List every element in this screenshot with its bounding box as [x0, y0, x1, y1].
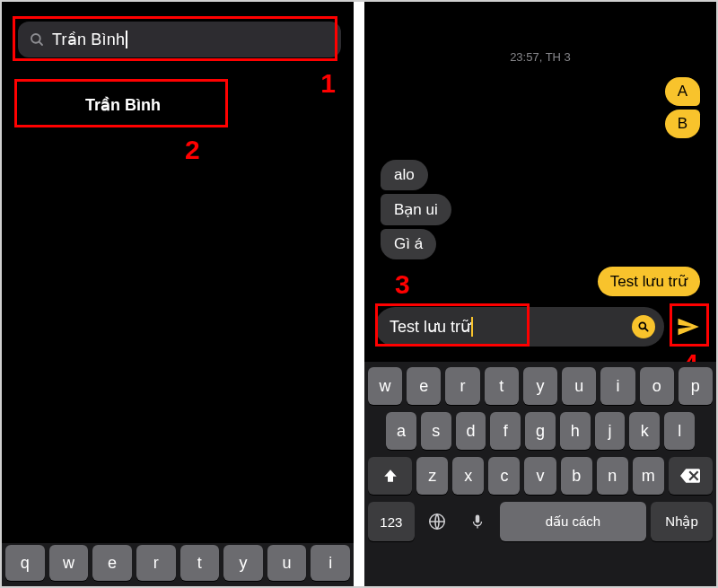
space-key[interactable]: dấu cách — [500, 502, 647, 541]
sent-message-group: A B — [665, 77, 700, 138]
key-s[interactable]: s — [421, 412, 451, 450]
search-value: Trần Bình — [52, 30, 125, 49]
key-y[interactable]: y — [523, 367, 557, 405]
numbers-key[interactable]: 123 — [368, 502, 415, 541]
key-l[interactable]: l — [664, 412, 695, 450]
sent-message-group: Test lưu trữ — [598, 267, 700, 296]
key-z[interactable]: z — [416, 457, 448, 495]
emoji-search-button[interactable] — [632, 315, 655, 338]
key-g[interactable]: g — [525, 412, 556, 450]
key-i[interactable]: i — [311, 545, 350, 581]
key-r[interactable]: r — [136, 545, 176, 581]
keyboard-fragment: q w e r t y u i — [2, 543, 354, 586]
sent-message[interactable]: B — [665, 110, 700, 138]
key-w[interactable]: w — [368, 367, 402, 405]
search-icon — [29, 31, 45, 48]
key-u[interactable]: u — [267, 545, 307, 581]
return-key[interactable]: Nhập — [651, 502, 713, 541]
key-k[interactable]: k — [629, 412, 660, 450]
key-m[interactable]: m — [633, 457, 664, 495]
key-b[interactable]: b — [561, 457, 592, 495]
key-v[interactable]: v — [524, 457, 556, 495]
key-j[interactable]: j — [595, 412, 626, 450]
keyboard: w e r t y u i o p a s d f g h j k l z x — [364, 362, 716, 586]
key-a[interactable]: a — [386, 412, 416, 450]
key-u[interactable]: u — [562, 367, 596, 405]
send-button[interactable] — [670, 307, 705, 347]
key-e[interactable]: e — [407, 367, 441, 405]
left-screenshot: Trần Bình Trần Bình 1 2 q w e r t y u i — [2, 2, 354, 586]
annotation-number-2: 2 — [185, 135, 200, 165]
key-t[interactable]: t — [180, 545, 220, 581]
key-n[interactable]: n — [597, 457, 628, 495]
key-c[interactable]: c — [488, 457, 520, 495]
globe-key[interactable] — [419, 502, 455, 541]
dictation-key[interactable] — [460, 502, 495, 541]
conversation-timestamp: 23:57, TH 3 — [364, 50, 716, 64]
right-screenshot: 23:57, TH 3 A B alo Bạn ui Gì á Test lưu… — [364, 2, 716, 586]
text-caret — [126, 31, 127, 48]
key-o[interactable]: o — [640, 367, 674, 405]
annotation-number-3: 3 — [395, 269, 410, 300]
backspace-key[interactable] — [669, 457, 713, 495]
svg-rect-5 — [475, 515, 479, 523]
received-message[interactable]: Gì á — [381, 229, 436, 259]
key-x[interactable]: x — [452, 457, 484, 495]
sent-message[interactable]: Test lưu trữ — [598, 267, 700, 296]
key-q[interactable]: q — [5, 545, 45, 581]
panel-divider — [354, 2, 364, 586]
annotation-number-1: 1 — [320, 68, 336, 99]
message-input[interactable]: Test lưu trữ — [375, 307, 664, 347]
message-input-value: Test lưu trữ — [390, 317, 470, 337]
svg-line-1 — [39, 41, 42, 45]
search-result-item[interactable]: Trần Bình — [18, 83, 228, 127]
key-i[interactable]: i — [600, 367, 635, 405]
received-message[interactable]: Bạn ui — [381, 194, 451, 225]
received-message-group: alo Bạn ui Gì á — [381, 160, 451, 259]
key-r[interactable]: r — [445, 367, 479, 405]
sent-message[interactable]: A — [665, 77, 700, 106]
key-f[interactable]: f — [490, 412, 521, 450]
key-e[interactable]: e — [92, 545, 132, 581]
key-p[interactable]: p — [679, 367, 713, 405]
key-w[interactable]: w — [49, 545, 89, 581]
key-t[interactable]: t — [485, 367, 519, 405]
search-result-label: Trần Bình — [85, 95, 161, 115]
shift-key[interactable] — [368, 457, 412, 495]
search-input[interactable]: Trần Bình — [18, 22, 341, 57]
text-caret — [471, 317, 473, 337]
key-d[interactable]: d — [456, 412, 486, 450]
key-h[interactable]: h — [560, 412, 591, 450]
svg-line-3 — [644, 328, 647, 330]
key-y[interactable]: y — [223, 545, 263, 581]
received-message[interactable]: alo — [381, 160, 428, 190]
